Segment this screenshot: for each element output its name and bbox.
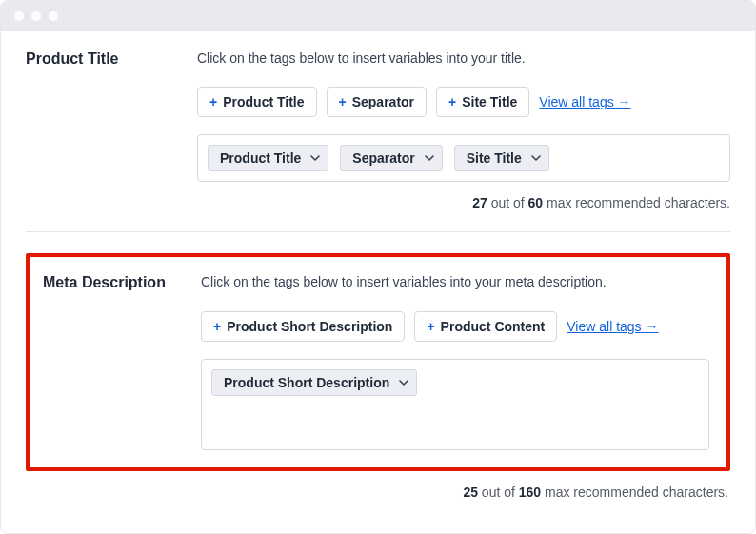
tag-label: Product Content: [441, 319, 546, 334]
window-control-dot: [14, 11, 24, 21]
instruction-meta-description: Click on the tags below to insert variab…: [201, 272, 709, 291]
chip-product-short-description[interactable]: Product Short Description: [211, 369, 417, 396]
char-counter-title: 27 out of 60 max recommended characters.: [197, 195, 730, 210]
counter-sep: out of: [487, 195, 528, 210]
tag-product-title[interactable]: + Product Title: [197, 87, 317, 117]
chip-label: Product Short Description: [224, 375, 389, 390]
plus-icon: +: [209, 94, 217, 109]
tag-label: Product Short Description: [227, 319, 392, 334]
tag-product-short-description[interactable]: + Product Short Description: [201, 311, 405, 342]
window-control-dot: [31, 11, 41, 21]
counter-suffix: max recommended characters.: [543, 195, 730, 210]
plus-icon: +: [448, 94, 456, 109]
chip-product-title[interactable]: Product Title: [208, 145, 328, 171]
plus-icon: +: [427, 319, 434, 334]
tag-site-title[interactable]: + Site Title: [436, 87, 529, 117]
content-area: Product Title Click on the tags below to…: [1, 31, 755, 515]
counter-max: 60: [528, 195, 544, 210]
tag-separator[interactable]: + Separator: [327, 87, 428, 117]
window-titlebar: [1, 1, 755, 31]
tag-row-product-title: + Product Title + Separator + Site Title…: [197, 87, 730, 117]
section-body-meta-description: Click on the tags below to insert variab…: [201, 272, 709, 449]
window-control-dot: [49, 11, 58, 21]
link-view-all-tags-title[interactable]: View all tags →: [539, 94, 630, 109]
section-meta-description: Meta Description Click on the tags below…: [43, 272, 709, 449]
chip-label: Product Title: [220, 150, 301, 166]
section-body-product-title: Click on the tags below to insert variab…: [197, 49, 730, 210]
section-divider: [26, 231, 730, 232]
app-window: Product Title Click on the tags below to…: [0, 0, 756, 534]
counter-sep: out of: [478, 485, 519, 500]
tag-row-meta-description: + Product Short Description + Product Co…: [201, 311, 709, 342]
plus-icon: +: [213, 319, 221, 334]
section-product-title: Product Title Click on the tags below to…: [26, 49, 730, 210]
chip-label: Separator: [352, 150, 414, 166]
meta-description-field[interactable]: Product Short Description: [201, 359, 709, 450]
tag-label: Separator: [352, 94, 414, 109]
plus-icon: +: [339, 94, 347, 109]
counter-suffix: max recommended characters.: [541, 485, 728, 500]
link-view-all-tags-meta[interactable]: View all tags →: [567, 319, 658, 334]
chip-label: Site Title: [467, 150, 522, 166]
tag-label: Site Title: [462, 94, 517, 109]
section-label-product-title: Product Title: [26, 49, 197, 68]
chevron-down-icon: [425, 153, 434, 163]
chevron-down-icon: [531, 153, 541, 163]
counter-current: 25: [463, 485, 478, 500]
char-counter-meta: 25 out of 160 max recommended characters…: [26, 485, 730, 500]
section-label-meta-description: Meta Description: [43, 272, 201, 291]
counter-current: 27: [472, 195, 487, 210]
chevron-down-icon: [310, 153, 320, 163]
chip-site-title[interactable]: Site Title: [454, 145, 549, 171]
counter-max: 160: [519, 485, 541, 500]
chevron-down-icon: [399, 378, 408, 387]
instruction-product-title: Click on the tags below to insert variab…: [197, 49, 730, 68]
chip-separator[interactable]: Separator: [340, 145, 442, 171]
tag-label: Product Title: [223, 94, 304, 109]
tag-product-content[interactable]: + Product Content: [414, 311, 557, 342]
title-field[interactable]: Product Title Separator Site Title: [197, 134, 730, 182]
highlight-meta-description: Meta Description Click on the tags below…: [26, 253, 730, 470]
